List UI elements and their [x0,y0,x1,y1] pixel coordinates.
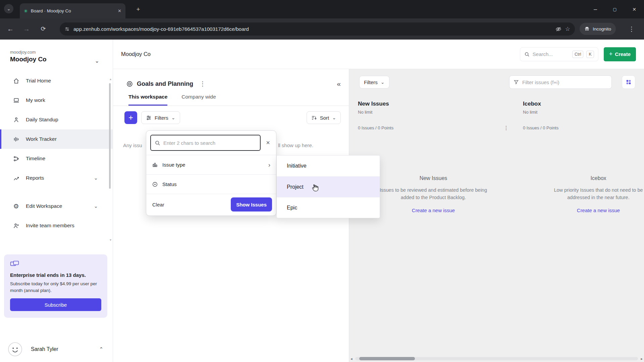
breadcrumb: Moodjoy Co [121,51,151,57]
global-search[interactable]: Ctrl K [520,47,598,61]
sidebar: moodjoy.com Moodjoy Co Trial Home My wor… [0,40,113,362]
workspace-switcher[interactable]: moodjoy.com Moodjoy Co [0,40,113,63]
submenu-item-initiative[interactable]: Initiative [277,156,380,176]
browser-menu-icon[interactable] [625,22,638,35]
sidebar-item-edit-workspace[interactable]: Edit Workspace [0,196,113,216]
target-icon [126,80,133,87]
subscribe-button[interactable]: Subscribe [10,298,101,311]
sidebar-item-my-work[interactable]: My work [0,90,113,110]
collapse-panel-icon[interactable] [337,80,341,88]
tab-strip: Board · Moodjoy Co [0,0,644,18]
sidebar-item-trial-home[interactable]: Trial Home [0,71,113,90]
add-epic-button[interactable] [124,111,137,124]
tab-search-button[interactable] [4,4,13,13]
sidebar-item-invite[interactable]: Invite team members [0,216,113,235]
create-new-issue-link[interactable]: Create a new issue [412,207,455,213]
issue-filter-box[interactable] [509,75,612,89]
empty-state-text: Any issu [123,142,142,148]
menu-item-label: Issue type [162,162,185,168]
panel-filters-button[interactable]: Filters [141,111,180,124]
plus-icon [128,113,133,122]
sliders-icon [146,115,152,121]
clear-filters-link[interactable]: Clear [152,202,164,207]
address-bar[interactable]: app.zenhub.com/workspaces/moodjoy-co-691… [60,22,575,36]
promo-body: Subscribe today for only $4.99 per user … [10,281,101,294]
reload-button[interactable] [37,22,50,35]
avatar [8,342,22,356]
scroll-down-icon[interactable] [110,238,111,242]
person-plus-icon [12,223,20,229]
funnel-icon [514,79,519,85]
browser-tab[interactable]: Board · Moodjoy Co [20,3,125,18]
submenu-item-project[interactable]: Project [277,176,380,197]
filter-search-box[interactable] [150,135,261,151]
column-menu-icon[interactable] [503,125,509,131]
close-button[interactable] [625,0,644,18]
user-menu[interactable]: Sarah Tyler [0,337,113,362]
empty-state-text: ll show up here. [278,142,313,148]
chevron-down-icon[interactable] [95,58,99,64]
sidebar-item-daily-standup[interactable]: Daily Standup [0,110,113,129]
window-controls [586,0,644,18]
site-settings-icon[interactable] [64,26,70,32]
forward-button[interactable] [20,22,33,35]
show-issues-button[interactable]: Show Issues [231,197,272,212]
sidebar-item-label: Invite team members [26,223,74,229]
sidebar-item-label: Trial Home [26,78,51,84]
timeline-branch-icon [12,156,20,162]
new-tab-button[interactable] [133,5,143,14]
close-icon[interactable] [263,140,273,146]
tab-company-wide[interactable]: Company wide [181,94,216,106]
scroll-right-icon[interactable] [641,357,643,361]
sort-button[interactable]: Sort [307,111,341,124]
user-name: Sarah Tyler [31,346,58,352]
sidebar-item-timeline[interactable]: Timeline [0,149,113,168]
board-filters-button[interactable]: Filters [359,76,389,88]
create-button[interactable]: Create [604,47,636,61]
column-stats: 0 Issues / 0 Points [358,125,393,130]
minimize-button[interactable] [586,0,605,18]
sidebar-item-work-tracker[interactable]: Work Tracker [0,129,113,149]
sidebar-scrollbar[interactable] [109,83,111,189]
laptop-icon [12,97,20,104]
tab-title: Board · Moodjoy Co [31,8,115,13]
browser-chrome: Board · Moodjoy Co app.z [0,0,644,40]
panel-controls: Filters Sort [124,111,341,124]
epics-panel: Goals and Planning This workspace Compan… [113,69,349,362]
sidebar-item-reports[interactable]: Reports [0,168,113,188]
screens-icon [10,260,19,267]
menu-item-status[interactable]: Status [146,174,276,194]
plus-icon [609,51,613,58]
board-layout-button[interactable] [622,75,635,89]
sidebar-item-label: Timeline [26,156,45,162]
scroll-up-icon[interactable] [110,77,111,81]
panel-menu-icon[interactable] [200,80,206,87]
back-button[interactable] [4,22,17,35]
bookmark-star-icon[interactable] [565,25,570,33]
tab-close-icon[interactable] [118,8,121,13]
menu-item-issue-type[interactable]: Issue type [146,155,276,174]
search-input[interactable] [533,51,569,57]
issue-filter-input[interactable] [522,79,607,85]
create-new-issue-link[interactable]: Create a new issue [577,207,620,213]
empty-description: Issues to be reviewed and estimated befo… [378,187,489,201]
sidebar-item-label: Edit Workspace [26,203,62,209]
filter-search-input[interactable] [163,140,256,146]
eye-off-icon[interactable] [555,26,561,32]
issue-type-submenu: Initiative Project Epic [276,155,380,218]
maximize-button[interactable] [605,0,625,18]
epics-panel-header: Goals and Planning [113,69,349,88]
scroll-left-icon[interactable] [351,357,353,361]
pipeline-column-icebox: Icebox No limit 0 Issues / 0 Points Iceb… [518,101,644,214]
create-label: Create [615,51,631,57]
workspace-domain: moodjoy.com [10,50,105,55]
column-header: Icebox No limit 0 Issues / 0 Points [518,101,644,131]
submenu-item-epic[interactable]: Epic [277,197,380,218]
filter-dropdown-footer: Clear Show Issues [146,194,276,216]
column-limit: No limit [523,110,644,115]
promo-title: Enterprise trial ends in 13 days. [10,272,101,278]
k-key-chip: K [586,51,594,58]
search-icon [155,140,160,146]
tab-this-workspace[interactable]: This workspace [128,94,167,106]
horizontal-scrollbar-thumb[interactable] [359,357,415,360]
